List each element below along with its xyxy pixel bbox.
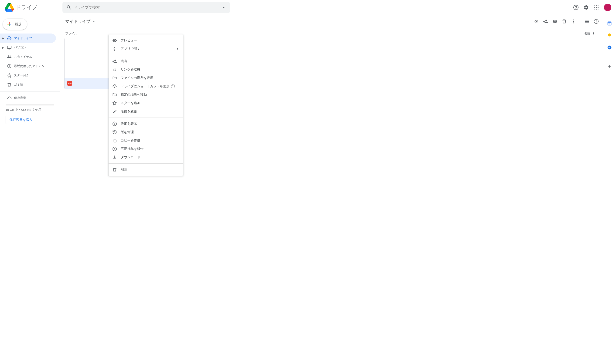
- menu-item-label: コピーを作成: [121, 139, 140, 143]
- menu-item-openwith[interactable]: アプリで開く: [109, 45, 183, 53]
- apps-button[interactable]: [592, 3, 601, 12]
- side-panel: 31: [603, 15, 616, 364]
- folder-icon: [112, 76, 117, 80]
- history-icon: [112, 130, 117, 134]
- remove-button[interactable]: [560, 17, 569, 26]
- search-icon[interactable]: [64, 3, 74, 12]
- menu-item-label: 版を管理: [121, 130, 134, 134]
- help-icon[interactable]: ?: [171, 84, 175, 88]
- sidebar-item-label: パソコン: [14, 45, 26, 50]
- svg-point-14: [573, 21, 574, 22]
- sidebar-item-mydrive[interactable]: ▶ マイドライブ: [0, 34, 56, 43]
- sidebar-item-label: マイドライブ: [14, 36, 32, 40]
- search-input[interactable]: [74, 5, 219, 10]
- breadcrumb[interactable]: マイドライブ: [64, 18, 97, 25]
- get-link-button[interactable]: [532, 17, 541, 26]
- trash-icon: [562, 19, 567, 24]
- storage-bar: [6, 104, 54, 105]
- menu-item-rename[interactable]: 名前を変更: [109, 107, 183, 116]
- sidebar-item-storage[interactable]: 保存容量: [0, 93, 56, 103]
- sidebar-item-computers[interactable]: ▶ パソコン: [0, 43, 56, 52]
- sidebar-item-label: スター付き: [14, 73, 29, 78]
- sidebar-item-shared[interactable]: 共有アイテム: [0, 52, 56, 61]
- file-thumbnail: [65, 38, 115, 78]
- trash-icon: [112, 167, 117, 172]
- menu-item-personadd[interactable]: 共有: [109, 57, 183, 65]
- menu-item-star[interactable]: スターを追加: [109, 99, 183, 107]
- search-options-icon[interactable]: [219, 3, 228, 12]
- svg-point-4: [598, 5, 599, 6]
- logo-area[interactable]: ドライブ: [2, 3, 60, 12]
- buy-storage-button[interactable]: 保存容量を購入: [6, 116, 36, 124]
- more-actions-button[interactable]: [569, 17, 578, 26]
- menu-item-copy[interactable]: コピーを作成: [109, 136, 183, 145]
- drive-logo-icon: [5, 3, 14, 12]
- details-button[interactable]: [591, 17, 601, 26]
- menu-item-eye[interactable]: プレビュー: [109, 36, 183, 45]
- keep-icon: [607, 33, 612, 38]
- separator: [109, 163, 183, 164]
- svg-point-22: [115, 150, 115, 150]
- arrow-up-icon: [591, 32, 595, 35]
- copy-icon: [112, 138, 117, 143]
- openwith-icon: [112, 47, 117, 51]
- toolbar: [532, 17, 601, 26]
- svg-point-3: [596, 5, 597, 6]
- menu-item-history[interactable]: 版を管理: [109, 128, 183, 136]
- separator: [109, 55, 183, 55]
- preview-button[interactable]: [550, 17, 560, 26]
- svg-rect-11: [7, 46, 11, 48]
- content-body: ファイル 名前 PDF プレビューアプリで開く共有リンクを取得ファイルの場所を表…: [60, 28, 603, 364]
- list-view-icon: [584, 19, 589, 24]
- menu-item-download[interactable]: ダウンロード: [109, 153, 183, 162]
- add-addon-button[interactable]: [605, 62, 614, 71]
- search-bar[interactable]: [62, 2, 230, 13]
- plus-icon: [7, 21, 12, 27]
- sidebar-item-starred[interactable]: スター付き: [0, 71, 56, 80]
- new-button[interactable]: 新規: [3, 19, 27, 30]
- sort-control[interactable]: 名前: [584, 31, 598, 36]
- chevron-down-icon: [92, 19, 96, 24]
- svg-point-15: [573, 23, 574, 24]
- breadcrumb-title: マイドライブ: [65, 19, 90, 24]
- keep-app-button[interactable]: [605, 31, 614, 40]
- trash-icon: [7, 82, 12, 87]
- content-col: マイドライブ ファイル 名前: [60, 15, 603, 364]
- share-button[interactable]: [541, 17, 550, 26]
- menu-item-info[interactable]: 詳細を表示: [109, 120, 183, 128]
- menu-item-label: ファイルの場所を表示: [121, 76, 153, 80]
- info-icon: [594, 19, 599, 24]
- menu-item-label: ドライブにショートカットを追加: [121, 84, 170, 89]
- sidebar-item-recent[interactable]: 最近使用したアイテム: [0, 61, 56, 71]
- calendar-app-button[interactable]: 31: [605, 19, 614, 28]
- sidebar-item-trash[interactable]: ゴミ箱: [0, 80, 56, 89]
- menu-item-trash[interactable]: 削除: [109, 166, 183, 174]
- settings-button[interactable]: [582, 3, 591, 12]
- menu-item-label: 削除: [121, 168, 127, 172]
- plus-icon: [607, 64, 612, 69]
- menu-item-label: 名前を変更: [121, 109, 137, 114]
- svg-rect-24: [608, 22, 611, 23]
- header: ドライブ: [0, 0, 616, 15]
- separator: [109, 117, 183, 118]
- svg-point-5: [594, 7, 595, 8]
- account-avatar[interactable]: [604, 4, 611, 11]
- tasks-app-button[interactable]: [605, 43, 614, 52]
- svg-point-7: [598, 7, 599, 8]
- menu-item-moveto[interactable]: 指定の場所へ移動: [109, 91, 183, 99]
- view-toggle-button[interactable]: [582, 17, 591, 26]
- menu-item-link[interactable]: リンクを取得: [109, 65, 183, 74]
- storage-text: 15 GB 中 473.6 KB を使用: [6, 108, 54, 112]
- clock-icon: [7, 64, 12, 68]
- cloud-icon: [7, 96, 12, 100]
- shared-icon: [7, 54, 12, 59]
- menu-item-shortcut[interactable]: ドライブにショートカットを追加?: [109, 82, 183, 91]
- menu-item-folder[interactable]: ファイルの場所を表示: [109, 74, 183, 82]
- file-card[interactable]: PDF: [64, 38, 116, 89]
- svg-point-10: [598, 9, 599, 10]
- separator: [580, 19, 580, 24]
- menu-item-label: アプリで開く: [121, 47, 140, 51]
- menu-item-report[interactable]: 不正行為を報告: [109, 145, 183, 153]
- support-button[interactable]: [571, 3, 581, 12]
- menu-item-label: スターを追加: [121, 101, 140, 105]
